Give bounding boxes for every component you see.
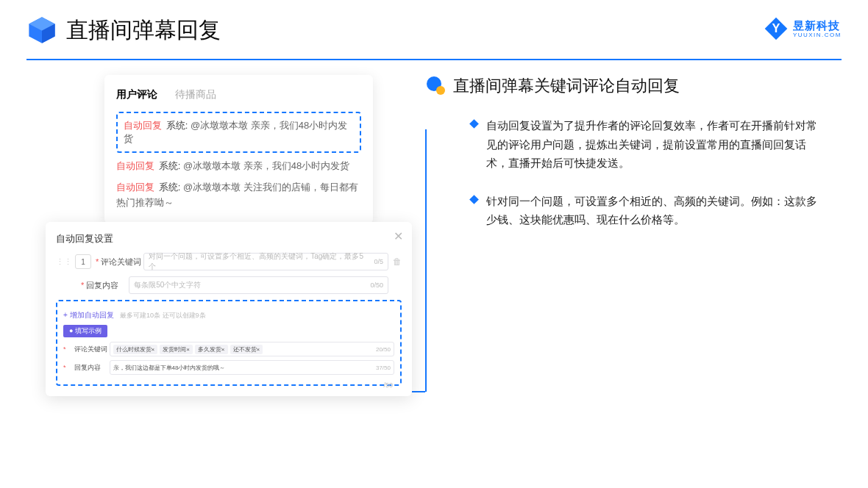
close-icon[interactable]: ✕ bbox=[394, 229, 403, 243]
diamond-icon bbox=[469, 195, 479, 204]
bullet-item: 自动回复设置为了提升作者的评论回复效率，作者可在开播前针对常见的评论用户问题，提… bbox=[427, 116, 831, 173]
auto-reply-settings-modal: 自动回复设置 ✕ ⋮⋮ 1 * 评论关键词 对同一个问题，可设置多个相近、高频的… bbox=[46, 222, 412, 396]
auto-reply-badge: 自动回复 bbox=[116, 160, 154, 171]
brand-name-cn: 昱新科技 bbox=[793, 20, 842, 31]
auto-reply-badge: 自动回复 bbox=[124, 120, 162, 131]
ex-keyword-label: 评论关键词 bbox=[74, 345, 110, 354]
reply-input[interactable]: 每条限50个中文字符 0/50 bbox=[129, 276, 388, 294]
keyword-label: 评论关键词 bbox=[101, 256, 143, 268]
ex-reply-box: 亲，我们这边都是下单48小时内发货的哦～ 37/50 bbox=[110, 360, 394, 375]
example-badge: ● 填写示例 bbox=[63, 325, 107, 337]
bubble-icon bbox=[427, 76, 446, 96]
char-count: 20/50 bbox=[376, 346, 391, 353]
char-count: 0/5 bbox=[374, 258, 383, 265]
example-highlight: + 增加自动回复 最多可建10条 还可以创建9条 ● 填写示例 * 评论关键词 … bbox=[56, 300, 402, 386]
auto-reply-badge: 自动回复 bbox=[116, 182, 154, 193]
required-icon: * bbox=[96, 257, 99, 266]
section-header: 直播间弹幕关键词评论自动回复 bbox=[427, 75, 831, 97]
comment-text: @冰墩墩本墩 亲亲，我们48小时内发货 bbox=[183, 160, 349, 171]
comments-card: 用户评论 待播商品 自动回复 系统: @冰墩墩本墩 亲亲，我们48小时内发货 自… bbox=[104, 75, 373, 223]
delete-icon[interactable]: 🗑 bbox=[393, 256, 402, 267]
system-label: 系统: bbox=[166, 120, 188, 131]
highlighted-comment: 自动回复 系统: @冰墩墩本墩 亲亲，我们48小时内发货 bbox=[116, 112, 361, 153]
required-icon: * bbox=[63, 345, 66, 353]
brand-name-en: YUUXIN.COM bbox=[793, 32, 842, 38]
required-icon: * bbox=[81, 281, 84, 290]
brand-icon: Y bbox=[764, 16, 789, 41]
ex-keyword-box: 什么时候发货× 发货时间× 多久发货× 还不发货× 20/50 bbox=[110, 342, 394, 356]
bullet-text: 自动回复设置为了提升作者的评论回复效率，作者可在开播前针对常见的评论用户问题，提… bbox=[486, 116, 825, 173]
tab-user-comments[interactable]: 用户评论 bbox=[116, 88, 157, 101]
char-count: 0/50 bbox=[370, 281, 383, 289]
header: 直播间弹幕回复 bbox=[0, 0, 868, 53]
char-count: 37/50 bbox=[376, 365, 391, 371]
diamond-icon bbox=[469, 119, 479, 129]
required-icon: * bbox=[63, 364, 66, 371]
cube-icon bbox=[26, 15, 57, 46]
ex-reply-label: 回复内容 bbox=[74, 363, 110, 373]
keyword-tag[interactable]: 什么时候发货× bbox=[113, 345, 158, 354]
keyword-tag[interactable]: 还不发货× bbox=[230, 345, 263, 354]
partial-count: /50 bbox=[383, 381, 393, 389]
add-note: 最多可建10条 还可以创建9条 bbox=[120, 312, 206, 319]
modal-title: 自动回复设置 bbox=[56, 232, 402, 245]
section-title: 直播间弹幕关键词评论自动回复 bbox=[453, 75, 680, 97]
bullet-item: 针对同一个问题，可设置多个相近的、高频的关键词。例如：这款多少钱、这块能优惠吗、… bbox=[427, 192, 831, 229]
svg-text:Y: Y bbox=[772, 21, 780, 35]
page-title: 直播间弹幕回复 bbox=[66, 15, 221, 46]
brand-logo: Y 昱新科技 YUUXIN.COM bbox=[764, 16, 842, 41]
reply-label: 回复内容 bbox=[86, 280, 129, 291]
keyword-tag[interactable]: 多久发货× bbox=[195, 345, 228, 354]
tab-pending-products[interactable]: 待播商品 bbox=[175, 88, 216, 101]
keyword-input[interactable]: 对同一个问题，可设置多个相近、高频的关键词，Tag确定，最多5个 0/5 bbox=[143, 253, 388, 270]
drag-handle-icon[interactable]: ⋮⋮ bbox=[56, 257, 72, 267]
ex-reply-text: 亲，我们这边都是下单48小时内发货的哦～ bbox=[113, 364, 226, 372]
system-label: 系统: bbox=[159, 160, 181, 171]
bullet-text: 针对同一个问题，可设置多个相近的、高频的关键词。例如：这款多少钱、这块能优惠吗、… bbox=[486, 192, 825, 229]
connector-line bbox=[425, 276, 427, 392]
system-label: 系统: bbox=[159, 182, 181, 193]
rule-number: 1 bbox=[75, 254, 91, 269]
keyword-tag[interactable]: 发货时间× bbox=[160, 345, 193, 354]
add-auto-reply-link[interactable]: + 增加自动回复 bbox=[63, 311, 114, 319]
